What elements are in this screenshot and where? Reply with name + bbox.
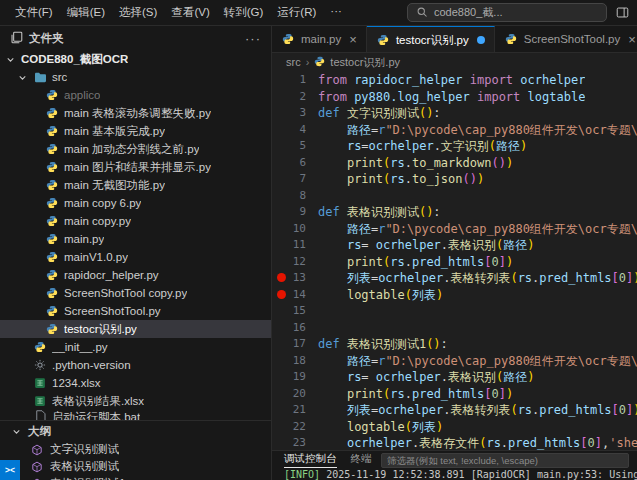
outline-item-label: 表格识别测试1 bbox=[50, 476, 125, 480]
code-line-text: def 表格识别测试(): bbox=[318, 204, 441, 221]
code-line-text: logtable(列表) bbox=[318, 419, 443, 436]
method-icon bbox=[30, 461, 44, 473]
tree-item[interactable]: main 图片和结果并排显示.py bbox=[0, 158, 271, 176]
tree-item[interactable]: mainV1.0.py bbox=[0, 248, 271, 266]
python-icon bbox=[45, 215, 59, 227]
gutter: 16 bbox=[272, 320, 306, 337]
code-line-text: from py880.log_helper import logtable bbox=[318, 89, 585, 106]
console-log-line: [INFO] 2025-11-19 12:52:38.891 [RapidOCR… bbox=[272, 468, 637, 480]
tree-item[interactable]: main copy.py bbox=[0, 212, 271, 230]
panel-tab[interactable]: 调试控制台 bbox=[284, 452, 337, 468]
outline-section-header[interactable]: 大纲 bbox=[0, 420, 271, 441]
outline-list: 文字识别测试表格识别测试表格识别测试1 bbox=[0, 441, 271, 480]
outline-item[interactable]: 表格识别测试1 bbox=[0, 475, 271, 480]
outline-item[interactable]: 文字识别测试 bbox=[0, 441, 271, 458]
code-line-text: def 文字识别测试(): bbox=[318, 105, 441, 122]
layout-icon[interactable] bbox=[610, 6, 634, 19]
breadcrumb-item-file[interactable]: testocr识别.py bbox=[330, 55, 400, 70]
menu-bar: 文件(F)编辑(E)选择(S)查看(V)转到(G)运行(R)··· bbox=[0, 3, 349, 22]
tree-item-label: src bbox=[52, 71, 67, 83]
tree-item[interactable]: __init__.py bbox=[0, 338, 271, 356]
code-line: 11 rs= ocrhelper.表格识别(路径) bbox=[272, 237, 637, 254]
remote-icon-glyph: >< bbox=[5, 465, 15, 475]
menu-item[interactable]: 转到(G) bbox=[217, 3, 271, 22]
tree-item-label: main copy 6.py bbox=[64, 197, 141, 209]
tree-item[interactable]: main 加动态分割线之前.py bbox=[0, 140, 271, 158]
outline-item[interactable]: 表格识别测试 bbox=[0, 458, 271, 475]
python-icon bbox=[45, 107, 59, 119]
file-icon bbox=[33, 410, 47, 420]
tree-item[interactable]: 1234.xlsx bbox=[0, 374, 271, 392]
breadcrumb-item-src[interactable]: src bbox=[286, 56, 301, 68]
panel-tab[interactable]: 终端 bbox=[351, 452, 372, 468]
tree-item[interactable]: main 表格滚动条调整失败.py bbox=[0, 104, 271, 122]
tree-item[interactable]: CODE880_截图OCR bbox=[0, 50, 271, 68]
tree-item[interactable]: ScreenShotTool.py bbox=[0, 302, 271, 320]
python-icon bbox=[45, 143, 59, 155]
tree-item[interactable]: main copy 6.py bbox=[0, 194, 271, 212]
tree-item[interactable]: main 无截图功能.py bbox=[0, 176, 271, 194]
remote-indicator[interactable]: >< bbox=[0, 460, 20, 480]
tree-item-label: mainV1.0.py bbox=[64, 251, 128, 263]
tree-item[interactable]: testocr识别.py bbox=[0, 320, 271, 338]
code-line: 18 路径=r"D:\pycode\cap_py880组件开发\ocr专题\co… bbox=[272, 353, 637, 370]
tab-bar: main.py×testocr识别.pyScreenShotTool.py× bbox=[272, 26, 637, 53]
gear-icon bbox=[33, 359, 47, 371]
code-line: 22 logtable(列表) bbox=[272, 419, 637, 436]
gutter: 2 bbox=[272, 89, 306, 106]
close-icon[interactable]: × bbox=[628, 32, 636, 47]
panel-tab-bar: 调试控制台终端 bbox=[284, 452, 372, 468]
tree-item[interactable]: 表格识别结果.xlsx bbox=[0, 392, 271, 410]
menu-item[interactable]: 查看(V) bbox=[164, 3, 216, 22]
tree-item[interactable]: ScreenShotTool copy.py bbox=[0, 284, 271, 302]
line-number: 12 bbox=[293, 254, 306, 271]
line-number: 1 bbox=[299, 72, 306, 89]
tree-item[interactable]: main.py bbox=[0, 230, 271, 248]
editor-tab[interactable]: ScreenShotTool.py× bbox=[495, 26, 637, 52]
line-number: 7 bbox=[299, 171, 306, 188]
folder-icon bbox=[33, 72, 47, 83]
python-icon bbox=[45, 269, 59, 281]
menu-item[interactable]: 选择(S) bbox=[112, 3, 164, 22]
editor-tab[interactable]: testocr识别.py bbox=[367, 26, 495, 53]
command-center-search[interactable]: code880_截... bbox=[407, 3, 607, 22]
close-icon[interactable]: × bbox=[349, 32, 357, 47]
breakpoint-icon[interactable] bbox=[277, 290, 286, 299]
code-line-text: print(rs.to_markdown()) bbox=[318, 155, 513, 172]
gutter: 1 bbox=[272, 72, 306, 89]
gutter: 7 bbox=[272, 171, 306, 188]
line-number: 3 bbox=[299, 105, 306, 122]
vscode-window: 文件(F)编辑(E)选择(S)查看(V)转到(G)运行(R)··· code88… bbox=[0, 0, 637, 480]
tree-item[interactable]: main 基本版完成.py bbox=[0, 122, 271, 140]
menu-item[interactable]: 文件(F) bbox=[8, 3, 60, 22]
tree-item-label: main 加动态分割线之前.py bbox=[64, 142, 199, 157]
code-line-text: 路径=r"D:\pycode\cap_py880组件开发\ocr专题\cod bbox=[318, 353, 637, 370]
folders-section-header[interactable]: 文件夹 ··· bbox=[0, 26, 271, 50]
more-actions-icon[interactable]: ··· bbox=[245, 31, 261, 46]
editor-tab[interactable]: main.py× bbox=[272, 26, 367, 52]
folders-header-label: 文件夹 bbox=[29, 31, 64, 46]
tree-item[interactable]: src bbox=[0, 68, 271, 86]
menu-item[interactable]: 编辑(E) bbox=[60, 3, 112, 22]
tree-item[interactable]: .python-version bbox=[0, 356, 271, 374]
gutter: 3 bbox=[272, 105, 306, 122]
python-icon bbox=[33, 341, 47, 353]
code-line-text: 列表=ocrhelper.表格转列表(rs.pred_htmls[0]) bbox=[318, 402, 637, 419]
tree-item-label: testocr识别.py bbox=[64, 322, 137, 337]
menu-item[interactable]: 运行(R) bbox=[270, 3, 323, 22]
titlebar: 文件(F)编辑(E)选择(S)查看(V)转到(G)运行(R)··· code88… bbox=[0, 0, 637, 26]
menu-item[interactable]: ··· bbox=[323, 3, 349, 22]
code-line: 10 路径=r"D:\pycode\cap_py880组件开发\ocr专题\co… bbox=[272, 221, 637, 238]
tree-item[interactable]: applico bbox=[0, 86, 271, 104]
tree-item[interactable]: rapidocr_helper.py bbox=[0, 266, 271, 284]
chevron-down-icon bbox=[16, 72, 28, 83]
console-filter-input[interactable] bbox=[381, 453, 629, 468]
code-editor[interactable]: 1from rapidocr_helper import ocrhelper2f… bbox=[272, 71, 637, 450]
tree-item[interactable]: 启动运行脚本.bat bbox=[0, 410, 271, 420]
code-line: 4 路径=r"D:\pycode\cap_py880组件开发\ocr专题\cod bbox=[272, 122, 637, 139]
code-line: 21 列表=ocrhelper.表格转列表(rs.pred_htmls[0]) bbox=[272, 402, 637, 419]
outline-item-label: 表格识别测试 bbox=[50, 459, 119, 474]
code-line-text: rs= ocrhelper.表格识别(路径) bbox=[318, 369, 535, 386]
code-line: 16 bbox=[272, 320, 637, 337]
breakpoint-icon[interactable] bbox=[277, 273, 286, 282]
